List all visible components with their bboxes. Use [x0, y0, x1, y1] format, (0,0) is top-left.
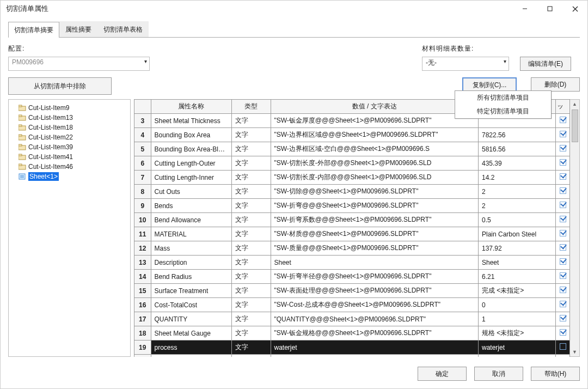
cell-name[interactable]: Cut Outs [151, 185, 231, 199]
vertical-scrollbar[interactable]: ▲ ▼ [570, 99, 580, 357]
checkbox-icon[interactable] [560, 145, 566, 151]
cell-eval[interactable]: 7822.56 [479, 128, 556, 142]
cell-name[interactable]: Sheet Metal Gauge [151, 326, 231, 341]
checkbox-icon[interactable] [560, 230, 566, 236]
cell-name[interactable]: Cost-TotalCost [151, 298, 231, 312]
cell-type[interactable]: 文字 [231, 156, 271, 171]
cell-type[interactable]: 文字 [231, 142, 271, 156]
edit-list-button[interactable]: 编辑清单(E) [520, 57, 571, 71]
cell-expr[interactable]: waterjet [271, 341, 479, 355]
cell-expr[interactable]: "SW-Cost-总成本@@@Sheet<1>@PM009696.SLDPRT" [271, 298, 479, 312]
cell-link[interactable] [556, 241, 570, 256]
cell-name[interactable]: Cutting Length-Inner [151, 171, 231, 185]
cell-name[interactable]: Sheet Metal Thickness [151, 114, 231, 128]
cell-expr[interactable]: "SW-钣金规格@@@Sheet<1>@PM009696.SLDPRT" [271, 326, 479, 341]
cell-type[interactable]: 文字 [231, 241, 271, 256]
cell-expr[interactable]: "SW-折弯系数@@@Sheet<1>@PM009696.SLDPRT" [271, 213, 479, 227]
menu-specific-items[interactable]: 特定切割清单项目 [455, 105, 551, 118]
table-row[interactable]: 6Cutting Length-Outer文字"SW-切割长度-外部@@@She… [134, 156, 570, 171]
cell-link[interactable] [556, 355, 570, 357]
table-row[interactable]: 8Cut Outs文字"SW-切除@@@Sheet<1>@PM009696.SL… [134, 185, 570, 199]
tree-item[interactable]: Cut-List-Item22 [11, 132, 128, 142]
cell-expr[interactable]: "SW-切割长度-外部@@@Sheet<1>@PM009696.SLD [271, 156, 479, 171]
cell-name[interactable]: Surface Treatment [151, 284, 231, 298]
cell-expr[interactable]: "SW-切割长度-内部@@@Sheet<1>@PM009696.SLD [271, 171, 479, 185]
cell-expr[interactable]: "SW-钣金厚度@@@Sheet<1>@PM009696.SLDPRT" [271, 114, 479, 128]
menu-all-items[interactable]: 所有切割清单项目 [455, 91, 551, 105]
cell-type[interactable]: 文字 [231, 185, 271, 199]
table-row[interactable]: 17QUANTITY文字"QUANTITY@@@Sheet<1>@PM00969… [134, 312, 570, 326]
cell-expr[interactable]: "SW-表面处理@@@Sheet<1>@PM009696.SLDPRT" [271, 284, 479, 298]
cell-link[interactable] [556, 128, 570, 142]
table-row[interactable]: 16Cost-TotalCost文字"SW-Cost-总成本@@@Sheet<1… [134, 298, 570, 312]
tree-item[interactable]: Cut-List-Item46 [11, 162, 128, 172]
cell-type[interactable]: 文字 [231, 256, 271, 270]
table-row[interactable]: 7Cutting Length-Inner文字"SW-切割长度-内部@@@She… [134, 171, 570, 185]
checkbox-icon[interactable] [560, 315, 566, 321]
cell-type[interactable]: 文字 [231, 341, 271, 355]
cell-expr[interactable]: "SW-质量@@@Sheet<1>@PM009696.SLDPRT" [271, 241, 479, 256]
cell-eval[interactable]: 0.5 [479, 213, 556, 227]
cell-expr[interactable]: "SW-边界框区域@@@Sheet<1>@PM009696.SLDPRT" [271, 128, 479, 142]
checkbox-icon[interactable] [560, 131, 566, 137]
cell-link[interactable] [556, 213, 570, 227]
cell-eval[interactable]: 1 [479, 312, 556, 326]
cell-link[interactable] [556, 270, 570, 284]
checkbox-icon[interactable] [560, 202, 566, 208]
checkbox-icon[interactable] [560, 329, 566, 336]
checkbox-icon[interactable] [560, 187, 566, 194]
cell-eval[interactable]: Sheet [479, 256, 556, 270]
cell-eval[interactable]: 规格 <未指定> [479, 326, 556, 341]
cell-link[interactable] [556, 185, 570, 199]
bom-qty-dropdown[interactable]: -无- ▾ [422, 57, 509, 71]
tab-summary[interactable]: 切割清单摘要 [8, 22, 59, 38]
cell-name[interactable]: Mass [151, 241, 231, 256]
table-row[interactable]: 20<键入新属性> [134, 355, 570, 357]
cell-link[interactable] [556, 312, 570, 326]
cell-type[interactable]: 文字 [231, 171, 271, 185]
ok-button[interactable]: 确定 [418, 367, 467, 381]
cell-eval[interactable]: 2 [479, 185, 556, 199]
cell-name[interactable]: Bend Allowance [151, 213, 231, 227]
minimize-button[interactable] [512, 1, 537, 17]
table-row[interactable]: 18Sheet Metal Gauge文字"SW-钣金规格@@@Sheet<1>… [134, 326, 570, 341]
cell-link[interactable] [556, 341, 570, 355]
cell-link[interactable] [556, 256, 570, 270]
cell-type[interactable]: 文字 [231, 326, 271, 341]
maximize-button[interactable] [537, 1, 562, 17]
checkbox-icon[interactable] [560, 216, 566, 222]
cell-type[interactable]: 文字 [231, 298, 271, 312]
scroll-down-icon[interactable]: ▼ [570, 348, 579, 356]
cell-link[interactable] [556, 326, 570, 341]
header-expr[interactable]: 数值 / 文字表达 [271, 100, 479, 114]
checkbox-icon[interactable] [560, 244, 566, 251]
delete-button[interactable]: 删除(D) [531, 77, 580, 92]
close-button[interactable] [562, 1, 587, 17]
checkbox-icon[interactable] [560, 272, 566, 279]
table-row[interactable]: 15Surface Treatment文字"SW-表面处理@@@Sheet<1>… [134, 284, 570, 298]
cell-eval[interactable]: 137.92 [479, 241, 556, 256]
cell-expr[interactable]: "SW-边界框区域-空白@@@Sheet<1>@PM009696.S [271, 142, 479, 156]
table-row[interactable]: 13Description文字SheetSheet [134, 256, 570, 270]
property-grid[interactable]: 属性名称 类型 数值 / 文字表达 ッ 3Sheet Metal Thickne… [134, 99, 570, 357]
cut-list-tree[interactable]: Cut-List-Item9Cut-List-Item13Cut-List-It… [8, 99, 131, 357]
cell-eval[interactable]: 6.21 [479, 270, 556, 284]
cell-type[interactable]: 文字 [231, 312, 271, 326]
table-row[interactable]: 12Mass文字"SW-质量@@@Sheet<1>@PM009696.SLDPR… [134, 241, 570, 256]
cell-link[interactable] [556, 156, 570, 171]
cell-link[interactable] [556, 114, 570, 128]
table-row[interactable]: 19process文字waterjetwaterjet [134, 341, 570, 355]
cell-eval[interactable]: 0 [479, 298, 556, 312]
cell-link[interactable] [556, 199, 570, 213]
cell-expr[interactable]: "SW-折弯@@@Sheet<1>@PM009696.SLDPRT" [271, 199, 479, 213]
cell-name[interactable]: QUANTITY [151, 312, 231, 326]
help-button[interactable]: 帮助(H) [531, 367, 580, 381]
cell-type[interactable]: 文字 [231, 199, 271, 213]
cell-eval[interactable]: 5816.56 [479, 142, 556, 156]
header-chk[interactable]: ッ [556, 100, 570, 114]
cell-name[interactable]: Bend Radius [151, 270, 231, 284]
cell-eval[interactable]: 完成 <未指定> [479, 284, 556, 298]
cell-name[interactable]: Description [151, 256, 231, 270]
cell-expr[interactable]: "SW-折弯半径@@@Sheet<1>@PM009696.SLDPRT" [271, 270, 479, 284]
cell-name[interactable]: Cutting Length-Outer [151, 156, 231, 171]
